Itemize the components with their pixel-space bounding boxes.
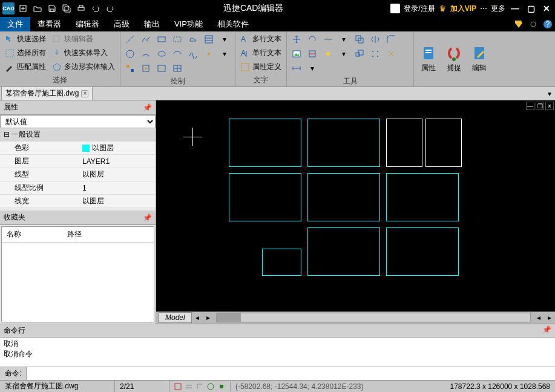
pin-icon[interactable]: 📌 [542, 325, 551, 336]
multiline-text[interactable]: A多行文本 [238, 33, 284, 45]
svg-line-12 [126, 36, 134, 43]
svg-point-60 [208, 384, 214, 390]
favorites-list[interactable]: 名称 路径 [1, 226, 154, 322]
quick-import[interactable]: 快速实体导入 [50, 47, 117, 59]
svg-rect-22 [131, 69, 134, 72]
command-input[interactable] [27, 367, 555, 380]
menu-advanced[interactable]: 高级 [107, 17, 137, 31]
saveall-icon[interactable] [61, 2, 73, 15]
draw-image-icon[interactable] [154, 62, 169, 75]
big-snap-button[interactable]: 捕捉 [442, 33, 466, 85]
draw-insert-icon[interactable] [139, 62, 153, 75]
model-tab[interactable]: Model [159, 312, 192, 323]
draw-ellipsearc-icon[interactable] [170, 47, 185, 60]
new-icon[interactable] [17, 2, 29, 15]
draw-rect2-icon[interactable] [170, 33, 185, 46]
polygon-input[interactable]: 多边形实体输入 [50, 60, 117, 73]
ortho-toggle-icon[interactable] [195, 382, 205, 391]
save-icon[interactable] [46, 2, 58, 15]
tool-fillet-icon[interactable] [384, 33, 398, 46]
tool-dim-icon[interactable] [289, 62, 304, 75]
document-tab[interactable]: 某宿舍餐厅施工图.dwg × [1, 87, 93, 100]
canvas-min-icon[interactable]: — [526, 102, 534, 110]
feedback-icon[interactable] [511, 17, 526, 31]
close-button[interactable]: ✕ [540, 2, 553, 15]
osnap-toggle-icon[interactable] [217, 382, 226, 391]
grid-toggle-icon[interactable] [184, 382, 194, 391]
scroll-right-icon[interactable]: ▸ [544, 313, 555, 322]
vip-link[interactable]: 加入VIP [450, 4, 476, 14]
more-icon[interactable]: ⋯ [480, 4, 487, 13]
draw-more2-icon[interactable]: ▾ [217, 47, 232, 60]
polar-toggle-icon[interactable] [206, 382, 215, 391]
attr-def[interactable]: 属性定义 [238, 60, 284, 73]
draw-table-icon[interactable] [170, 62, 185, 75]
settings-icon[interactable] [526, 17, 540, 31]
help-icon[interactable]: ? [540, 17, 555, 31]
tool-move-icon[interactable] [289, 33, 304, 46]
tool-explode-icon[interactable] [384, 47, 398, 60]
layout-nav-left-icon[interactable]: ◂ [192, 313, 203, 322]
user-icon[interactable] [390, 4, 400, 13]
maximize-button[interactable]: ▢ [525, 2, 537, 15]
tool-scale-icon[interactable] [352, 47, 367, 60]
select-all[interactable]: 选择所有 [2, 47, 48, 59]
menu-editor[interactable]: 编辑器 [68, 17, 107, 31]
layout-nav-right-icon[interactable]: ▸ [203, 313, 214, 322]
draw-spline-icon[interactable] [186, 47, 200, 60]
tool-rotate-icon[interactable] [305, 33, 320, 46]
singleline-text[interactable]: A单行文本 [238, 47, 284, 59]
login-link[interactable]: 登录/注册 [404, 4, 435, 14]
props-selector[interactable]: 默认值 [0, 115, 156, 128]
pin-icon[interactable]: 📌 [143, 103, 152, 112]
tabstrip-dropdown-icon[interactable]: ▾ [544, 90, 555, 98]
app-logo: CAD [2, 2, 15, 15]
draw-rect-icon[interactable] [154, 33, 169, 46]
more-link[interactable]: 更多 [491, 4, 505, 14]
svg-rect-25 [158, 65, 165, 71]
canvas-max-icon[interactable]: ❐ [536, 102, 544, 110]
draw-point-icon[interactable] [202, 47, 216, 60]
svg-rect-14 [174, 37, 181, 42]
drawing-canvas[interactable]: — ❐ × [156, 100, 555, 312]
minimize-button[interactable]: — [509, 2, 521, 15]
close-tab-icon[interactable]: × [81, 90, 88, 97]
tool-sun-icon[interactable] [321, 47, 335, 60]
menu-file[interactable]: 文件 [0, 17, 30, 31]
big-props-button[interactable]: 属性 [416, 33, 441, 85]
tool-picture-icon[interactable] [289, 47, 304, 60]
snap-toggle-icon[interactable] [173, 382, 183, 391]
draw-more1-icon[interactable]: ▾ [217, 33, 232, 46]
draw-block-icon[interactable] [123, 62, 137, 75]
tool-trim-icon[interactable] [321, 33, 335, 46]
menu-related[interactable]: 相关软件 [210, 17, 256, 31]
menu-viewer[interactable]: 查看器 [30, 17, 68, 31]
draw-arc-icon[interactable] [139, 47, 153, 60]
scroll-left-icon[interactable]: ◂ [533, 313, 544, 322]
tool-extend-icon[interactable]: ▾ [337, 33, 351, 46]
horizontal-scrollbar[interactable] [216, 313, 531, 322]
draw-cloud-icon[interactable] [186, 33, 200, 46]
menu-vip[interactable]: VIP功能 [167, 17, 210, 31]
draw-polyline-icon[interactable] [139, 33, 153, 46]
tool-mirror-icon[interactable] [368, 33, 383, 46]
tool-more-icon[interactable]: ▾ [337, 47, 351, 60]
tool-more2-icon[interactable]: ▾ [305, 62, 320, 75]
draw-ellipse-icon[interactable] [154, 47, 169, 60]
match-props[interactable]: 匹配属性 [2, 60, 48, 73]
draw-line-icon[interactable] [123, 33, 137, 46]
open-icon[interactable] [31, 2, 44, 15]
draw-hatch-icon[interactable] [202, 33, 216, 46]
canvas-close-icon[interactable]: × [545, 102, 554, 110]
draw-circle-icon[interactable] [123, 47, 137, 60]
redo-icon[interactable] [104, 2, 116, 15]
big-edit-button[interactable]: 编辑 [467, 33, 491, 85]
tool-copy-icon[interactable] [352, 33, 367, 46]
menu-output[interactable]: 输出 [137, 17, 167, 31]
undo-icon[interactable] [90, 2, 102, 15]
pin-icon[interactable]: 📌 [143, 214, 152, 222]
quick-select[interactable]: 快速选择 [2, 33, 48, 45]
print-icon[interactable] [75, 2, 87, 15]
tool-array-icon[interactable] [368, 47, 383, 60]
tool-scan-icon[interactable] [305, 47, 320, 60]
